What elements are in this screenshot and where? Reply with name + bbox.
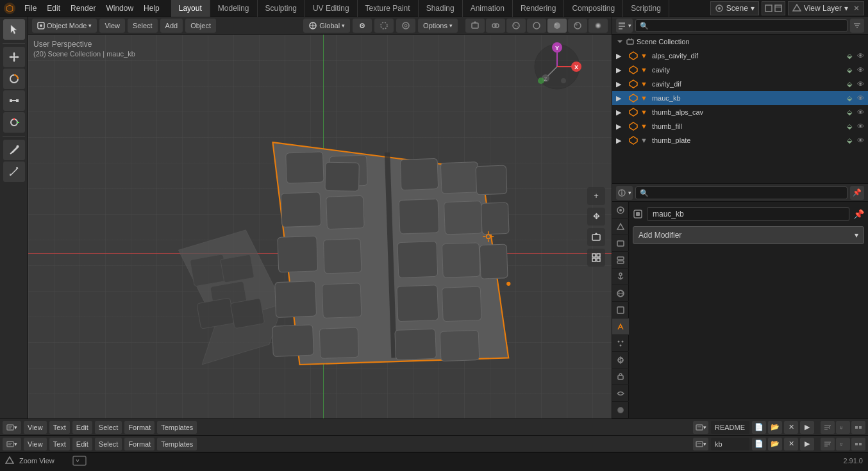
tab-render-props[interactable] — [612, 219, 629, 235]
tab-scripting[interactable]: Scripting — [623, 0, 669, 17]
tab-texture-paint[interactable]: Texture Paint — [358, 0, 419, 17]
camera-button[interactable] — [587, 228, 605, 246]
te2-templates-btn[interactable]: Templates — [157, 438, 197, 450]
te2-edit-btn[interactable]: Edit — [72, 438, 92, 450]
tab-material[interactable] — [612, 402, 629, 418]
tab-world-props[interactable] — [612, 285, 629, 302]
te2-syntax-btn[interactable] — [851, 438, 865, 450]
menu-help[interactable]: Help — [138, 0, 165, 17]
menu-window[interactable]: Window — [101, 0, 138, 17]
tab-modeling[interactable]: Modeling — [210, 0, 258, 17]
tab-animation[interactable]: Animation — [463, 0, 513, 17]
tab-compositing[interactable]: Compositing — [564, 0, 623, 17]
tab-scene-data[interactable] — [612, 269, 629, 285]
object-menu[interactable]: Object — [185, 19, 216, 33]
pan-button[interactable]: ✥ — [587, 208, 605, 226]
tab-layout[interactable]: Layout — [171, 0, 210, 17]
te2-format-btn[interactable]: Format — [124, 438, 154, 450]
te2-close-btn[interactable]: ✕ — [784, 438, 798, 450]
menu-file[interactable]: File — [19, 0, 42, 17]
te1-open-btn[interactable]: 📂 — [768, 421, 782, 434]
te1-select-btn[interactable]: Select — [95, 421, 122, 434]
te1-linenum-btn[interactable]: # — [836, 421, 850, 434]
shading-solid[interactable] — [547, 19, 567, 33]
add-menu[interactable]: Add — [160, 19, 183, 33]
tab-particles[interactable] — [612, 335, 629, 352]
move-tool[interactable] — [3, 47, 25, 67]
viewport-canvas[interactable]: User Perspective (20) Scene Collection |… — [28, 35, 612, 418]
te1-run-btn[interactable]: ▶ — [800, 421, 814, 434]
annotate-tool[interactable] — [3, 140, 25, 160]
toggle-camera[interactable] — [465, 19, 485, 33]
tab-physics[interactable] — [612, 352, 629, 368]
menu-render[interactable]: Render — [65, 0, 101, 17]
eye-icon-4[interactable]: 👁 — [857, 94, 864, 102]
toggle-xray[interactable] — [506, 19, 526, 33]
tab-modifier-props[interactable] — [612, 318, 629, 335]
proportional-edit[interactable] — [396, 19, 415, 33]
transform-pivot[interactable] — [353, 19, 372, 33]
te2-new-btn[interactable]: 📄 — [752, 438, 766, 450]
eye-icon-3[interactable]: 👁 — [857, 80, 864, 88]
outliner-filter-btn[interactable] — [850, 19, 864, 33]
tab-sculpting[interactable]: Sculpting — [258, 0, 305, 17]
te2-type-btn[interactable]: ▾ — [3, 438, 21, 450]
te1-view-btn[interactable]: View — [24, 421, 47, 434]
te2-text-btn[interactable]: Text — [49, 438, 70, 450]
te1-close-btn[interactable]: ✕ — [784, 421, 798, 434]
snap-toggle[interactable] — [374, 19, 394, 33]
outliner-search[interactable] — [635, 19, 847, 32]
tab-rendering[interactable]: Rendering — [513, 0, 564, 17]
view-layer-selector[interactable]: View Layer ▾ ✕ — [788, 1, 864, 15]
transform-tool[interactable] — [3, 112, 25, 133]
tab-data[interactable] — [612, 385, 629, 402]
menu-edit[interactable]: Edit — [42, 0, 65, 17]
te1-syntax-btn[interactable] — [851, 421, 865, 434]
te1-text-btn[interactable]: Text — [49, 421, 70, 434]
outliner-item-cavity[interactable]: ▶ ▼ cavity ⬙ 👁 — [612, 63, 868, 77]
outliner-item-mauc_kb[interactable]: ▶ ▼ mauc_kb ⬙ 👁 — [612, 91, 868, 105]
te2-text-type[interactable]: ▾ — [693, 438, 708, 450]
te1-type-btn[interactable]: ▾ — [3, 421, 21, 434]
outliner-item-thumb_alps_cav[interactable]: ▶ ▼ thumb_alps_cav ⬙ 👁 — [612, 105, 868, 119]
tab-object-props[interactable] — [612, 302, 629, 318]
measure-tool[interactable] — [3, 161, 25, 182]
properties-pin-icon[interactable]: 📌 — [853, 209, 864, 219]
shading-material[interactable] — [568, 19, 587, 33]
blender-logo[interactable]: ⬡ — [0, 0, 19, 17]
tab-view-layer-props[interactable] — [612, 252, 629, 269]
te2-run-btn[interactable]: ▶ — [800, 438, 814, 450]
options-button[interactable]: Options — [418, 19, 458, 33]
outliner-item-alps_cavity_dif[interactable]: ▶ ▼ alps_cavity_dif ⬙ 👁 — [612, 49, 868, 63]
grid-button[interactable] — [587, 249, 605, 267]
te1-new-btn[interactable]: 📄 — [752, 421, 766, 434]
outliner-item-thumb_fill[interactable]: ▶ ▼ thumb_fill ⬙ 👁 — [612, 119, 868, 133]
scale-tool[interactable] — [3, 90, 25, 111]
view-menu[interactable]: View — [99, 19, 125, 33]
eye-icon-6[interactable]: 👁 — [857, 122, 864, 130]
eye-icon-1[interactable]: 👁 — [857, 52, 864, 60]
tab-uv-editing[interactable]: UV Editing — [305, 0, 358, 17]
outliner-type-btn[interactable]: ▾ — [616, 19, 633, 33]
tab-output-props[interactable] — [612, 235, 629, 252]
te2-view-btn[interactable]: View — [24, 438, 47, 450]
scene-selector[interactable]: Scene ▾ — [710, 1, 759, 15]
eye-icon-2[interactable]: 👁 — [857, 66, 864, 74]
shading-rendered[interactable] — [588, 19, 608, 33]
te2-open-btn[interactable]: 📂 — [768, 438, 782, 450]
outliner-item-cavity_dif[interactable]: ▶ ▼ cavity_dif ⬙ 👁 — [612, 77, 868, 91]
te2-wordwrap-btn[interactable] — [821, 438, 835, 450]
object-name-input[interactable] — [647, 207, 849, 221]
te1-templates-btn[interactable]: Templates — [157, 421, 197, 434]
axis-indicator[interactable]: Y X Z — [528, 41, 586, 92]
outliner-item-thumb_plate[interactable]: ▶ ▼ thumb_plate ⬙ 👁 — [612, 133, 868, 147]
eye-icon-7[interactable]: 👁 — [857, 136, 864, 144]
tab-scene-props[interactable] — [612, 202, 629, 219]
select-menu[interactable]: Select — [128, 19, 158, 33]
add-modifier-btn[interactable]: Add Modifier ▾ — [633, 226, 864, 244]
transform-orientation[interactable]: Global — [303, 19, 350, 33]
properties-type-btn[interactable]: ▾ — [616, 186, 633, 200]
rotate-tool[interactable] — [3, 69, 25, 89]
tab-constraints[interactable] — [612, 368, 629, 385]
zoom-in-button[interactable]: + — [587, 187, 605, 205]
